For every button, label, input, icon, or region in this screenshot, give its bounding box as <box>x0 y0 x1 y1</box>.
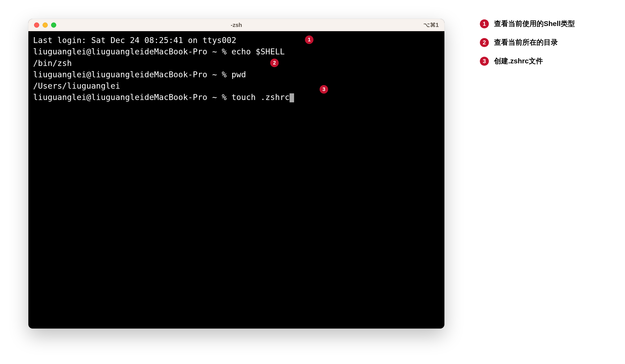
legend-badge: 2 <box>480 38 489 47</box>
legend-list: 1 查看当前使用的Shell类型 2 查看当前所在的目录 3 创建.zshrc文… <box>480 19 575 329</box>
callout-badge-2: 2 <box>270 59 279 67</box>
terminal-line-login: Last login: Sat Dec 24 08:25:41 on ttys0… <box>33 34 440 46</box>
legend-text: 查看当前使用的Shell类型 <box>494 19 575 29</box>
legend-item: 2 查看当前所在的目录 <box>480 38 575 47</box>
terminal-window: -zsh ⌥⌘1 Last login: Sat Dec 24 08:25:41… <box>28 19 444 329</box>
shortcut-hint: ⌥⌘1 <box>423 22 439 28</box>
terminal-line-output-2: /Users/liuguanglei <box>33 80 440 91</box>
terminal-line-prompt-3: liuguanglei@liuguangleideMacBook-Pro ~ %… <box>33 91 440 103</box>
window-titlebar: -zsh ⌥⌘1 <box>28 19 444 31</box>
cursor-icon <box>290 93 294 102</box>
minimize-button[interactable] <box>43 23 48 28</box>
callout-badge-3: 3 <box>320 85 328 93</box>
callout-badge-1: 1 <box>305 35 313 44</box>
terminal-line-output-1: /bin/zsh <box>33 58 440 69</box>
traffic-lights <box>34 23 56 28</box>
legend-text: 创建.zshrc文件 <box>494 56 543 66</box>
legend-item: 3 创建.zshrc文件 <box>480 56 575 66</box>
terminal-line-prompt-2: liuguanglei@liuguangleideMacBook-Pro ~ %… <box>33 69 440 80</box>
terminal-body[interactable]: Last login: Sat Dec 24 08:25:41 on ttys0… <box>28 31 444 329</box>
terminal-line-prompt-1: liuguanglei@liuguangleideMacBook-Pro ~ %… <box>33 46 440 57</box>
legend-badge: 3 <box>480 57 489 66</box>
close-button[interactable] <box>34 23 39 28</box>
maximize-button[interactable] <box>51 23 56 28</box>
legend-item: 1 查看当前使用的Shell类型 <box>480 19 575 29</box>
legend-badge: 1 <box>480 19 489 28</box>
window-title: -zsh <box>231 22 242 28</box>
legend-text: 查看当前所在的目录 <box>494 38 558 47</box>
